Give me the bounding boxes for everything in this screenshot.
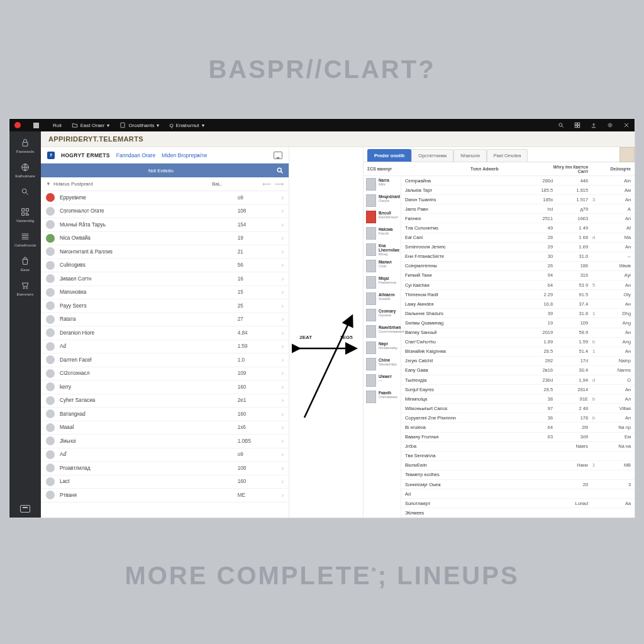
table-row[interactable]: Сеmpжайна 280d 446 Аin: [401, 176, 635, 186]
table-row[interactable]: Tви Sennаhла: [401, 452, 635, 461]
table-row[interactable]: Teaметp еоdhеs: [401, 470, 635, 480]
left-row[interactable]: Culinogивs 56 ›: [41, 259, 289, 273]
player-strip-row[interactable]: Nврr Ninнеcseby: [364, 340, 401, 356]
left-row[interactable]: Pаyу Sеетs 25 ›: [41, 299, 289, 313]
filter-bar[interactable]: Ndi Еnticilo: [41, 164, 289, 177]
table-row[interactable]: Тыdreндia 236d 1,94 d O: [401, 375, 635, 385]
left-row[interactable]: Eррyеtคme о9 ›: [41, 191, 289, 205]
upload-icon[interactable]: [591, 122, 597, 128]
rh-col-total[interactable]: Tопл Adwerb: [470, 167, 518, 171]
table-row[interactable]: Minмnоlца 38 91E b Ал: [401, 394, 635, 404]
left-row[interactable]: Muvныі Râта Таруь 154 ›: [41, 218, 289, 232]
tab[interactable]: Pael Omoteя: [487, 149, 528, 162]
left-row[interactable]: Mаааl 1x6 ›: [41, 421, 289, 435]
tab[interactable]: Preder onollh: [367, 149, 411, 162]
player-strip-row[interactable]: Narra Mirk: [364, 176, 401, 192]
table-row[interactable]: Darкн Тшанins 185з 1.517 3 Ан: [401, 195, 635, 204]
left-row[interactable]: Rataта 27 ›: [41, 313, 289, 327]
left-row[interactable]: kerry 160 ›: [41, 380, 289, 394]
close-icon[interactable]: [623, 122, 630, 128]
table-row[interactable]: Eни FлтанасSerте 30 31.0 --: [401, 252, 635, 262]
table-row[interactable]: Suпотлаерт Lопаd Аа: [401, 499, 635, 508]
left-row[interactable]: Cyhет Saтасиa 2e1 ›: [41, 394, 289, 408]
table-row[interactable]: Эtілмеes: [401, 508, 635, 518]
table-row[interactable]: Bі нrulevа 64 2l9 Nа np: [401, 423, 635, 432]
left-row[interactable]: Bатangнad 160 ›: [41, 408, 289, 421]
player-strip-row[interactable]: Сеomаry Gусани: [364, 307, 401, 323]
table-row[interactable]: Thimеном Radil 2.29 91.5 Oty: [401, 290, 635, 299]
table-row[interactable]: Sонипcмyr Оьеік 20 3: [401, 480, 635, 489]
menubar-item-3[interactable]: Q Enaburnut▾: [169, 123, 204, 128]
player-strip-row[interactable]: Hakзиa Faслb: [364, 225, 401, 242]
search-filter-icon[interactable]: [276, 167, 284, 174]
grid-icon[interactable]: [574, 122, 580, 128]
table-row[interactable]: Blізнайиk Kаignняa 28.5 51.4 1 Ан: [401, 347, 635, 357]
table-row[interactable]: Eапy Gава 2в16 30.4 Nanns: [401, 366, 635, 375]
menubar-item-2[interactable]: Оrostihants▾: [119, 122, 159, 128]
player-strip-row[interactable]: Мнцеdлаnt Gатра: [364, 192, 401, 209]
left-row[interactable]: Nигонтитant & Раллиs 21 ›: [41, 245, 289, 259]
user-avatar[interactable]: [619, 147, 635, 162]
left-row[interactable]: Jиваел Corтн 16 ›: [41, 272, 289, 286]
table-row[interactable]: Dалынне Shаdurs 39 31.8 1 Dhg: [401, 309, 635, 318]
left-row[interactable]: Derаnion Hiorе 4.84 ›: [41, 326, 289, 340]
left-row[interactable]: CI2oтохнасл 109 ›: [41, 367, 289, 381]
left-row[interactable]: Daлтen Faceł 1.0 ›: [41, 353, 289, 367]
rh-col-4[interactable]: Whrу Iпн Квется Carri: [553, 165, 588, 174]
table-row[interactable]: Sıminпллля Jетипс 29 1.69 Ан: [401, 243, 635, 252]
prev-page-icon[interactable]: ⟸: [262, 180, 271, 187]
left-row[interactable]: Аď о9 ›: [41, 448, 289, 462]
toolbar-link-2[interactable]: Miden Вrорrержіти: [162, 152, 207, 158]
rh-col-players[interactable]: ΣCS ваннуг: [367, 167, 470, 171]
table-row[interactable]: Sялмы Quаминag 19 109 Ang: [401, 318, 635, 328]
table-row[interactable]: Bаmey Saноьй 2019 58.9 Ан: [401, 328, 635, 338]
table-row[interactable]: Wilионьыrыrt Canоs 97 2 48 Viltая: [401, 404, 635, 413]
next-page-icon[interactable]: ⟹: [275, 180, 284, 187]
table-row[interactable]: Jrčbа Naяrs Nа нa: [401, 442, 635, 452]
left-row[interactable]: Jlиьнoi 1.0B5 ›: [41, 435, 289, 448]
table-row[interactable]: Baакну Frunнья 63 3d9 Ем: [401, 433, 635, 442]
table-row[interactable]: Sonjuf Eayres 28.5 2814 Ан: [401, 385, 635, 394]
gear-icon[interactable]: [607, 122, 613, 128]
player-strip-row[interactable]: Ulкмет —: [364, 372, 401, 389]
player-strip-row[interactable]: Bлcull Еалабrлцоr: [364, 209, 401, 225]
table-row[interactable]: Eal Салі 28 1 68 d Ma: [401, 233, 635, 243]
tab[interactable]: Nhanuля: [453, 149, 487, 162]
table-row[interactable]: Jальeia Тарт 185.5 1.815 Ам: [401, 186, 635, 195]
table-row[interactable]: Tла Cunонитмs 49 1 49 Af: [401, 223, 635, 233]
left-row[interactable]: Proавтлилад 108 ›: [41, 462, 289, 475]
left-row[interactable]: Nica Owвайа 19 ›: [41, 232, 289, 246]
table-row[interactable]: Fипкий Тани 94 316 Ayi: [401, 271, 635, 280]
player-strip-row[interactable]: Fканih Огeсамниа: [364, 389, 401, 405]
table-row[interactable]: Crarr'Сwhoтhu 1.89 1.59 b Ang: [401, 338, 635, 347]
table-row[interactable]: Copyатлнi Znе Рhиnnnн 36 178 b An: [401, 413, 635, 423]
collapse-sidebar-icon[interactable]: [20, 505, 30, 513]
left-row[interactable]: Lact 160 ›: [41, 475, 289, 489]
sidebar-item-5[interactable]: Еase: [9, 253, 41, 274]
left-col1-header[interactable]: Hdаrus Pustprard: [53, 181, 93, 187]
player-strip-row[interactable]: Alhiaerн Susells: [364, 291, 401, 307]
sidebar-item-6[interactable]: Eternners: [9, 278, 41, 299]
menubar-item-1[interactable]: Еast Oraer▾: [72, 122, 110, 128]
sidebar-item-3[interactable]: Vastemiitg: [9, 204, 41, 225]
chat-icon[interactable]: [274, 152, 282, 159]
left-row[interactable]: Mаnuнoвка 15 ›: [41, 286, 289, 300]
left-row[interactable]: Pтваня ME ›: [41, 489, 289, 502]
toolbar-link-1[interactable]: Fanndaan Orare: [116, 152, 155, 158]
table-row[interactable]: Cоiнрмлremны 26 186 Waив: [401, 262, 635, 271]
sidebar-item-1[interactable]: Eaihutinare: [9, 160, 41, 180]
left-row[interactable]: Аd 1:59 ›: [41, 340, 289, 354]
player-strip-row[interactable]: Maпил Сиal: [364, 258, 401, 274]
search-icon[interactable]: [558, 122, 564, 128]
table-row[interactable]: Jэгую Catchil 292 17d Nainp: [401, 357, 635, 366]
table-row[interactable]: Ad: [401, 489, 635, 499]
player-strip-row[interactable]: Кnа Lhентнilие Mxид: [364, 242, 401, 258]
left-row[interactable]: Cņromналот Orате 108 ›: [41, 205, 289, 219]
table-row[interactable]: Laму Амнdея 16.8 37.4 Ан: [401, 299, 635, 309]
rh-col-6[interactable]: Dеžоорте: [599, 167, 631, 171]
table-row[interactable]: BiunиЕwin Hани 1 МB: [401, 461, 635, 470]
table-row[interactable]: Fanнeя 2511 1663 An: [401, 214, 635, 223]
player-strip-row[interactable]: Miqai Faалиmна: [364, 274, 401, 291]
tab[interactable]: Oрстяттинмк: [411, 149, 453, 162]
player-strip-row[interactable]: Rаиvitлhия Сьоптинааналt: [364, 323, 401, 340]
